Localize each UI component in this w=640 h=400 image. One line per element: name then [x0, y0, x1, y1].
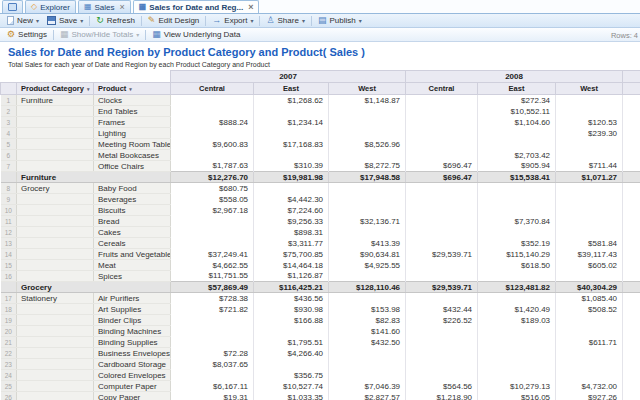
- filler-cell: [623, 271, 640, 282]
- value-cell: [556, 205, 623, 216]
- product-category-cell: [17, 249, 94, 260]
- rows-indicator: Rows: 4: [611, 31, 638, 40]
- product-category-cell: [17, 271, 94, 282]
- tab-explorer[interactable]: ◇ Explorer: [25, 0, 76, 13]
- product-cell: Copy Paper: [94, 392, 171, 400]
- product-cell: Art Supplies: [94, 304, 171, 315]
- product-category-cell: [17, 227, 94, 238]
- value-cell: $581.84: [556, 238, 623, 249]
- new-button[interactable]: New ▾: [3, 15, 43, 27]
- value-cell: [171, 95, 254, 106]
- total-value-cell: $128,110.46: [329, 282, 406, 293]
- settings-button[interactable]: ⚙ Settings: [3, 29, 51, 41]
- value-cell: [171, 337, 254, 348]
- export-icon: →: [212, 16, 221, 25]
- product-cell: Biscuits: [94, 205, 171, 216]
- chevron-down-icon: ▾: [302, 17, 305, 24]
- value-cell: $39,117.43: [556, 249, 623, 260]
- value-cell: $32,136.71: [329, 216, 406, 227]
- row-number: 3: [1, 117, 17, 128]
- total-value-cell: $29,539.71: [406, 282, 478, 293]
- edit-design-button[interactable]: ✎ Edit Design: [144, 15, 203, 27]
- value-cell: $226.52: [406, 315, 478, 326]
- filler-cell: [623, 326, 640, 337]
- filter-dropdown-icon[interactable]: ▾: [129, 86, 132, 92]
- region-header[interactable]: West: [329, 83, 406, 95]
- row-number: 21: [1, 337, 17, 348]
- value-cell: [171, 128, 254, 139]
- export-button[interactable]: → Export ▾: [208, 15, 257, 27]
- value-cell: [406, 337, 478, 348]
- product-category-cell: [17, 337, 94, 348]
- table-row: 6Metal Bookcases$2,703.42: [1, 150, 640, 161]
- value-cell: $1,104.60: [478, 117, 556, 128]
- page-title: Sales for Date and Region by Product Cat…: [8, 46, 632, 59]
- total-label: Grocery: [17, 282, 171, 293]
- publish-button[interactable]: ▤ Publish ▾: [314, 15, 366, 27]
- row-number: 12: [1, 227, 17, 238]
- value-cell: [329, 106, 406, 117]
- value-cell: $11,751.55: [171, 271, 254, 282]
- value-cell: $898.31: [254, 227, 329, 238]
- value-cell: $1,033.35: [254, 392, 329, 400]
- view-underlying-data-button[interactable]: ▦ View Underlying Data: [148, 29, 244, 41]
- filler-cell: [623, 139, 640, 150]
- product-cell: Frames: [94, 117, 171, 128]
- product-cell: Binding Machines: [94, 326, 171, 337]
- show-hide-totals-button[interactable]: ▦ Show/Hide Totals ▾: [56, 29, 143, 41]
- toolbar-separator: [259, 16, 260, 26]
- close-icon[interactable]: ×: [120, 3, 125, 11]
- table-row: 11Bread$9,256.33$32,136.71$7,370.84: [1, 216, 640, 227]
- toolbar-separator: [145, 30, 146, 40]
- total-value-cell: $15,538.41: [478, 172, 556, 183]
- region-header[interactable]: Central: [406, 83, 478, 95]
- value-cell: $75,700.85: [254, 249, 329, 260]
- filler-cell: [623, 293, 640, 304]
- product-header[interactable]: Product▾: [94, 83, 171, 95]
- year-header-2008: 2008: [406, 71, 623, 83]
- filler-cell: [623, 348, 640, 359]
- value-cell: [406, 183, 478, 194]
- value-cell: $564.56: [406, 381, 478, 392]
- value-cell: [406, 216, 478, 227]
- refresh-button[interactable]: ↻ Refresh: [92, 15, 139, 27]
- secondary-toolbar: ⚙ Settings ▦ Show/Hide Totals ▾ ▦ View U…: [0, 28, 640, 42]
- tab-home[interactable]: [2, 0, 23, 13]
- region-header[interactable]: Central: [171, 83, 254, 95]
- value-cell: [406, 128, 478, 139]
- explorer-icon: ◇: [31, 3, 37, 11]
- filter-dropdown-icon[interactable]: ▾: [87, 86, 90, 92]
- product-category-header[interactable]: Product Category▾: [17, 83, 94, 95]
- row-number: 24: [1, 370, 17, 381]
- value-cell: [556, 106, 623, 117]
- toolbar-separator: [53, 30, 54, 40]
- chevron-down-icon: ▾: [80, 17, 83, 24]
- row-number: 18: [1, 304, 17, 315]
- value-cell: $1,126.87: [254, 271, 329, 282]
- header-blank: [1, 71, 171, 83]
- close-icon[interactable]: ×: [248, 3, 253, 11]
- value-cell: $4,266.40: [254, 348, 329, 359]
- product-category-cell: Stationery: [17, 293, 94, 304]
- table-row: 19Binder Clips$166.88$82.83$226.52$189.0…: [1, 315, 640, 326]
- row-number: 1: [1, 95, 17, 106]
- value-cell: $7,224.60: [254, 205, 329, 216]
- save-button[interactable]: Save ▾: [43, 15, 87, 27]
- region-header[interactable]: East: [254, 83, 329, 95]
- value-cell: [406, 227, 478, 238]
- region-header[interactable]: East: [478, 83, 556, 95]
- share-button[interactable]: ♙ Share ▾: [262, 15, 308, 27]
- value-cell: [406, 194, 478, 205]
- value-cell: $19.31: [171, 392, 254, 400]
- value-cell: $432.50: [329, 337, 406, 348]
- tab-sales[interactable]: ▦ Sales ×: [78, 0, 131, 13]
- app-window: ◇ Explorer ▦ Sales × ▦ Sales for Date an…: [0, 0, 640, 400]
- value-cell: $7,046.39: [329, 381, 406, 392]
- value-cell: $4,442.30: [254, 194, 329, 205]
- tab-sales-report[interactable]: ▦ Sales for Date and Reg... ×: [133, 0, 260, 13]
- value-cell: [254, 359, 329, 370]
- product-category-cell: [17, 359, 94, 370]
- region-header[interactable]: West: [556, 83, 623, 95]
- table-row: 5Meeting Room Tables$9,600.83$17,168.83$…: [1, 139, 640, 150]
- value-cell: $90,634.81: [329, 249, 406, 260]
